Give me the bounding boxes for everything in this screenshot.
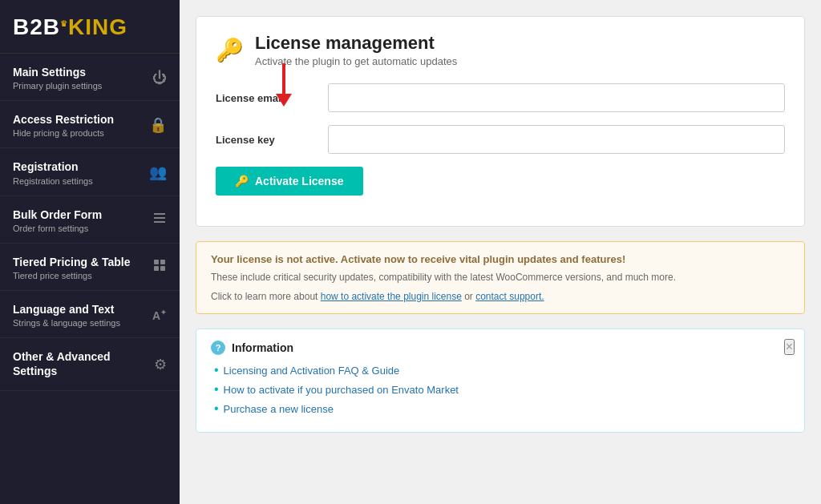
sidebar-logo: B2B♛KING [0, 0, 180, 54]
license-key-input[interactable] [328, 125, 785, 154]
users-icon: 👥 [149, 163, 167, 181]
license-key-label: License key [216, 134, 328, 146]
sidebar-item-access-restriction[interactable]: Access Restriction Hide pricing & produc… [0, 101, 180, 148]
info-box-header: ? Information × [211, 341, 790, 355]
key-icon: 🔑 [216, 37, 244, 63]
language-icon: A✦ [152, 308, 167, 322]
svg-rect-6 [160, 266, 165, 271]
list-icon [152, 211, 167, 229]
sidebar-item-title: Language and Text [13, 302, 146, 317]
license-email-group: License email [216, 83, 785, 112]
list-item: Licensing and Activation FAQ & Guide [214, 363, 790, 377]
how-to-activate-link[interactable]: how to activate the plugin license [321, 291, 462, 302]
sidebar-item-tiered-pricing[interactable]: Tiered Pricing & Table Tiered price sett… [0, 244, 180, 291]
license-header: 🔑 License management Activate the plugin… [216, 33, 785, 67]
main-content: 🔑 License management Activate the plugin… [180, 0, 821, 504]
info-box: ? Information × Licensing and Activation… [196, 329, 805, 433]
license-email-label: License email [216, 92, 328, 104]
sidebar-item-other-advanced[interactable]: Other & Advanced Settings ⚙ [0, 338, 180, 390]
sidebar-item-main-settings[interactable]: Main Settings Primary plugin settings ⏻ [0, 54, 180, 101]
svg-rect-1 [154, 217, 165, 219]
purchase-license-link[interactable]: Purchase a new license [224, 403, 334, 415]
svg-rect-3 [154, 260, 159, 264]
svg-rect-4 [160, 260, 165, 264]
warning-link-middle: or [462, 291, 475, 302]
sidebar-item-subtitle: Primary plugin settings [13, 81, 146, 91]
sidebar-item-title: Access Restriction [13, 112, 143, 127]
list-item: Purchase a new license [214, 401, 790, 416]
sidebar-item-title: Main Settings [13, 65, 146, 79]
license-title: License management [255, 33, 457, 54]
activate-license-button[interactable]: 🔑 Activate License [216, 167, 363, 196]
key-btn-icon: 🔑 [235, 175, 249, 187]
crown-icon: ♛ [60, 19, 68, 28]
sidebar-item-subtitle: Hide pricing & products [13, 128, 143, 138]
red-arrow [276, 63, 292, 107]
logo: B2B♛KING [13, 14, 127, 40]
license-email-input[interactable] [328, 83, 785, 112]
svg-rect-5 [154, 266, 159, 271]
sidebar-item-title: Registration [13, 159, 143, 174]
sidebar-item-language-text[interactable]: Language and Text Strings & language set… [0, 291, 180, 338]
warning-links: Click to learn more about how to activat… [211, 291, 790, 302]
envato-activate-link[interactable]: How to activate if you purchased on Enva… [224, 384, 459, 396]
license-management-card: 🔑 License management Activate the plugin… [196, 16, 805, 227]
sidebar-item-subtitle: Order form settings [13, 224, 146, 233]
sidebar-menu: Main Settings Primary plugin settings ⏻ … [0, 54, 180, 504]
info-close-button[interactable]: × [784, 339, 795, 355]
svg-rect-0 [154, 213, 165, 215]
warning-body: These include critical security updates,… [211, 270, 790, 284]
sidebar-item-title: Tiered Pricing & Table [13, 255, 146, 269]
list-item: How to activate if you purchased on Enva… [214, 382, 790, 397]
info-links-list: Licensing and Activation FAQ & Guide How… [211, 363, 790, 416]
sidebar-item-subtitle: Strings & language settings [13, 318, 146, 328]
sidebar-item-title: Other & Advanced Settings [13, 349, 148, 378]
sidebar-item-registration[interactable]: Registration Registration settings 👥 [0, 148, 180, 196]
power-icon: ⏻ [152, 70, 167, 87]
sidebar-item-title: Bulk Order Form [13, 208, 146, 222]
table-icon [152, 258, 167, 276]
sidebar: B2B♛KING Main Settings Primary plugin se… [0, 0, 180, 504]
license-key-group: License key [216, 125, 785, 154]
activate-btn-label: Activate License [255, 175, 344, 187]
svg-rect-2 [154, 221, 165, 223]
info-title: Information [232, 341, 293, 354]
sidebar-item-bulk-order[interactable]: Bulk Order Form Order form settings [0, 196, 180, 244]
arrow-shaft [282, 63, 285, 94]
warning-title: Your license is not active. Activate now… [211, 253, 790, 265]
arrow-head [276, 94, 292, 107]
info-icon: ? [211, 341, 225, 355]
gear-icon: ⚙ [154, 356, 167, 373]
warning-link-prefix: Click to learn more about [211, 291, 321, 302]
sidebar-item-subtitle: Tiered price settings [13, 271, 146, 280]
sidebar-item-subtitle: Registration settings [13, 176, 143, 186]
lock-icon: 🔒 [149, 116, 167, 134]
warning-box: Your license is not active. Activate now… [196, 241, 805, 314]
faq-guide-link[interactable]: Licensing and Activation FAQ & Guide [224, 365, 400, 377]
contact-support-link[interactable]: contact support. [475, 291, 544, 302]
